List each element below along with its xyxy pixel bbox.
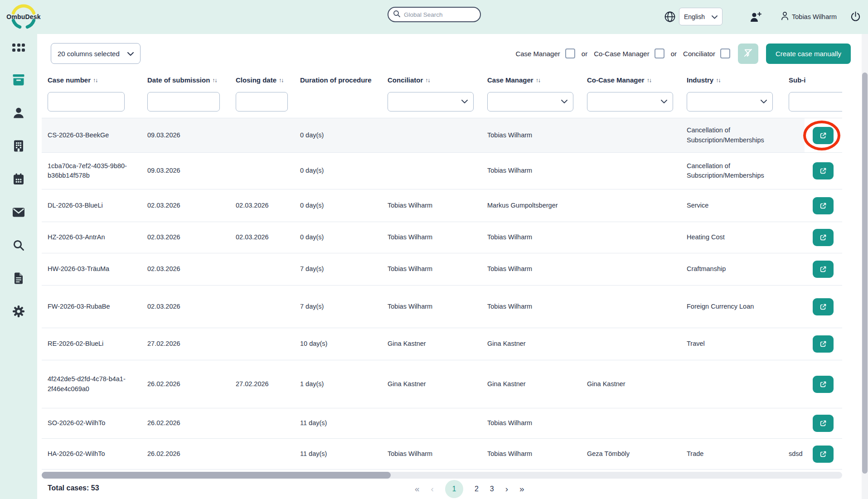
checkbox-conciliator[interactable] — [720, 48, 730, 58]
table-row[interactable]: RE-2026-02-BlueLi27.02.202610 day(s)Gina… — [42, 328, 842, 360]
pagination-page-2[interactable]: 2 — [475, 485, 479, 493]
filter-select-co-case-manager[interactable] — [587, 92, 673, 111]
sidebar-item-documents[interactable] — [0, 270, 37, 288]
language-globe-icon[interactable] — [664, 10, 676, 23]
table-row[interactable]: SO-2026-02-WilhTo26.02.202611 day(s)Tobi… — [42, 408, 842, 438]
building-icon — [13, 140, 24, 154]
logo-text: OmbuDesk — [4, 13, 44, 20]
table-row[interactable]: HW-2026-03-TräuMa02.03.20267 day(s)Tobia… — [42, 253, 842, 285]
cell-duration: 1 day(s) — [300, 379, 388, 389]
cell-duration: 7 day(s) — [300, 302, 388, 311]
sidebar-item-users[interactable] — [0, 105, 37, 123]
open-case-button[interactable] — [813, 162, 834, 179]
column-header-duration: Duration of procedure — [300, 76, 388, 84]
create-case-button[interactable]: Create case manually — [766, 44, 851, 64]
column-header-date-of-submission[interactable]: Date of submission↑↓ — [147, 76, 236, 84]
table-row[interactable]: HA-2026-02-WilhTo26.02.202611 day(s)Tobi… — [42, 438, 842, 470]
filter-select-case-manager[interactable] — [487, 92, 573, 111]
table-row[interactable]: DL-2026-03-BlueLi02.03.202602.03.20260 d… — [42, 189, 842, 222]
table-row[interactable]: FW-2026-03-RubaBe02.03.20267 day(s)Tobia… — [42, 285, 842, 328]
cell-case-manager: Gina Kastner — [487, 339, 587, 349]
table-row[interactable]: CS-2026-03-BeekGe09.03.20260 day(s)Tobia… — [42, 118, 842, 152]
pagination-last[interactable]: » — [519, 484, 524, 494]
column-header-case-number[interactable]: Case number↑↓ — [48, 76, 147, 84]
logout-power-icon[interactable] — [849, 10, 861, 22]
global-search-input[interactable] — [404, 11, 484, 18]
open-case-button[interactable] — [813, 261, 834, 278]
checkbox-case-manager[interactable] — [565, 48, 575, 58]
sidebar-item-cases[interactable] — [0, 72, 37, 90]
open-case-button[interactable] — [813, 376, 834, 393]
sidebar-item-apps[interactable] — [0, 39, 37, 57]
table-row[interactable]: HZ-2026-03-AntrAn02.03.202602.03.20260 d… — [42, 222, 842, 253]
sidebar-item-settings[interactable] — [0, 303, 37, 321]
cell-closing-date: 27.02.2026 — [236, 379, 300, 389]
columns-select-value: 20 columns selected — [58, 50, 120, 58]
chevron-down-icon — [127, 50, 134, 58]
pagination-prev[interactable]: ‹ — [431, 484, 434, 494]
column-header-conciliator[interactable]: Conciliator↑↓ — [388, 76, 487, 84]
clear-filters-button[interactable] — [738, 44, 758, 64]
open-case-button[interactable] — [813, 446, 834, 463]
cell-case-number: 1cba70ca-7ef2-4035-9b80-b36bb14f578b — [48, 161, 147, 180]
chevron-down-icon — [461, 100, 468, 104]
sidebar-item-search[interactable] — [0, 237, 37, 255]
cell-case-manager: Markus Gumpoltsberger — [487, 201, 587, 210]
filter-input-closing-date[interactable] — [236, 92, 288, 111]
gear-icon — [12, 305, 25, 320]
language-select[interactable]: English — [679, 8, 723, 25]
topbar: OmbuDesk English Tobias Wilharm — [0, 0, 868, 34]
filter-input-case-number[interactable] — [48, 92, 125, 111]
open-case-button[interactable] — [813, 127, 834, 144]
column-header-co-case-manager[interactable]: Co-Case Manager↑↓ — [587, 76, 687, 84]
open-case-button[interactable] — [813, 197, 834, 214]
column-header-industry[interactable]: Industry↑↓ — [687, 76, 789, 84]
cell-actions — [805, 360, 842, 408]
mail-icon — [12, 207, 25, 219]
user-menu[interactable]: Tobias Wilharm — [781, 11, 837, 22]
cell-case-manager: Tobias Wilharm — [487, 302, 587, 311]
add-user-icon[interactable] — [749, 11, 762, 22]
app-logo[interactable]: OmbuDesk — [4, 1, 44, 33]
cell-closing-date: 02.03.2026 — [236, 201, 300, 210]
cell-case-manager: Tobias Wilharm — [487, 449, 587, 459]
column-header-sub-industry[interactable]: Sub-i — [789, 76, 805, 84]
vertical-scrollbar — [862, 34, 868, 499]
filter-select-conciliator[interactable] — [388, 92, 474, 111]
columns-select[interactable]: 20 columns selected — [51, 43, 141, 64]
filter-input-date-of-submission[interactable] — [147, 92, 220, 111]
cell-actions — [805, 222, 842, 253]
column-header-closing-date[interactable]: Closing date↑↓ — [236, 76, 300, 84]
sidebar — [0, 0, 37, 499]
open-case-button[interactable] — [813, 298, 834, 315]
filter-select-industry[interactable] — [687, 92, 773, 111]
sidebar-item-calendar[interactable] — [0, 171, 37, 189]
pagination-page-3[interactable]: 3 — [490, 485, 494, 493]
sidebar-item-organizations[interactable] — [0, 138, 37, 156]
pagination-page-1[interactable]: 1 — [445, 480, 463, 498]
table-header-row: Case number↑↓ Date of submission↑↓ Closi… — [42, 70, 842, 89]
cell-date-of-submission: 09.03.2026 — [147, 131, 236, 140]
cell-date-of-submission: 02.03.2026 — [147, 302, 236, 311]
global-search[interactable] — [388, 7, 481, 22]
column-header-case-manager[interactable]: Case Manager↑↓ — [487, 76, 587, 84]
open-case-button[interactable] — [813, 335, 834, 353]
cell-conciliator: Gina Kastner — [388, 379, 487, 389]
cell-date-of-submission: 02.03.2026 — [147, 264, 236, 274]
cell-duration: 0 day(s) — [300, 166, 388, 175]
open-case-button[interactable] — [813, 415, 834, 432]
pagination-next[interactable]: › — [505, 484, 508, 494]
open-case-button[interactable] — [813, 229, 834, 246]
vertical-scrollbar-thumb[interactable] — [862, 73, 868, 474]
cell-actions — [805, 286, 842, 328]
table-row[interactable]: 1cba70ca-7ef2-4035-9b80-b36bb14f578b09.0… — [42, 152, 842, 189]
cell-duration: 11 day(s) — [300, 418, 388, 428]
filter-input-sub-industry[interactable] — [789, 92, 842, 111]
cell-duration: 7 day(s) — [300, 264, 388, 274]
cell-conciliator: Gina Kastner — [388, 339, 487, 349]
table-row[interactable]: 4f242de5-d2fd-4c78-b4a1-2f46e4c069a026.0… — [42, 360, 842, 408]
horizontal-scrollbar-thumb[interactable] — [42, 472, 391, 479]
checkbox-co-case-manager[interactable] — [655, 48, 664, 58]
sidebar-item-mail[interactable] — [0, 204, 37, 222]
pagination-first[interactable]: « — [415, 484, 420, 494]
